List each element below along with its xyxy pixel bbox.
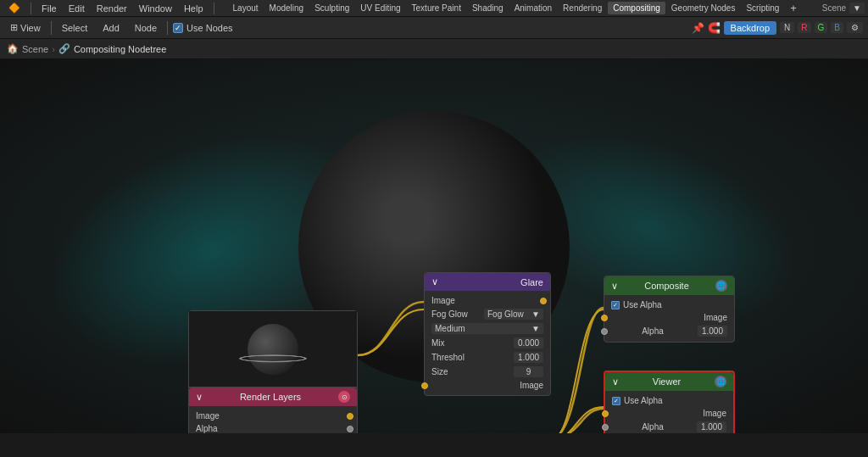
render-layers-icon: ⊙ xyxy=(338,391,350,403)
breadcrumb-scene[interactable]: Scene xyxy=(22,44,48,54)
glare-in-socket[interactable] xyxy=(421,382,428,389)
viewer-image-socket[interactable] xyxy=(602,410,609,417)
render-layers-alpha-socket[interactable] xyxy=(347,426,353,432)
rgb-b[interactable]: B xyxy=(831,22,843,33)
glare-mix-row: Mix 0.000 xyxy=(425,336,550,350)
tab-scripting[interactable]: Scripting xyxy=(741,2,784,14)
preview-sphere xyxy=(248,324,298,375)
glare-quality-row: Medium▼ xyxy=(425,321,550,336)
preview-ring xyxy=(239,354,307,362)
composite-image-row: Image xyxy=(604,311,734,324)
glare-type-dropdown[interactable]: Fog Glow▼ xyxy=(484,309,543,320)
glare-image-in-row: Image xyxy=(425,294,550,307)
viewer-title: Viewer xyxy=(653,376,681,387)
glare-node[interactable]: ∨ Glare Image Fog Glow Fog Glow▼ Medium▼… xyxy=(424,272,551,396)
glare-image-out-row: Image xyxy=(425,379,550,392)
menu-separator-2 xyxy=(214,3,214,14)
viewer-body: ✓ Use Alpha Image Alpha 1.000 xyxy=(605,391,733,433)
render-layers-image-socket[interactable] xyxy=(347,413,353,420)
node-options[interactable]: N xyxy=(780,22,794,33)
viewer-alpha-value[interactable]: 1.000 xyxy=(697,421,726,432)
render-layers-image-row: Image xyxy=(189,410,357,422)
breadcrumb-nodetree[interactable]: Compositing Nodetree xyxy=(74,44,166,54)
glare-threshold-value[interactable]: 1.000 xyxy=(514,352,543,363)
viewer-use-alpha-check[interactable]: ✓ xyxy=(612,397,620,405)
glare-header: ∨ Glare xyxy=(425,273,550,291)
glare-size-row: Size 9 xyxy=(425,365,550,379)
edit-menu[interactable]: Edit xyxy=(64,2,90,15)
view-button[interactable]: ⊞ View xyxy=(5,20,46,35)
viewer-use-alpha-row: ✓ Use Alpha xyxy=(605,394,733,407)
toolbar-separator-1 xyxy=(51,21,52,35)
breadcrumb-arrow: › xyxy=(52,44,55,54)
glare-threshold-row: Threshol 1.000 xyxy=(425,350,550,365)
glare-mix-value[interactable]: 0.000 xyxy=(514,337,543,348)
breadcrumb-icon: 🔗 xyxy=(58,43,70,54)
node-editor-canvas: ∨ Render Layers ⊙ Image Alpha Noisy Imag… xyxy=(0,59,868,433)
snap-icon: 🧲 xyxy=(708,22,721,34)
glare-collapse: ∨ xyxy=(431,276,438,287)
glare-size-value[interactable]: 9 xyxy=(514,366,543,377)
viewer-icon: 🌐 xyxy=(715,376,726,387)
pin-icon: 📌 xyxy=(692,22,704,34)
blender-menu[interactable]: 🔶 xyxy=(3,1,25,15)
tab-compositing[interactable]: Compositing xyxy=(608,2,665,14)
glare-body: Image Fog Glow Fog Glow▼ Medium▼ Mix 0.0… xyxy=(425,291,550,395)
home-icon: 🏠 xyxy=(7,43,19,54)
use-nodes-toggle[interactable]: Use Nodes xyxy=(173,23,232,33)
file-menu[interactable]: File xyxy=(36,2,62,15)
viewer-node[interactable]: ∨ Viewer 🌐 ✓ Use Alpha Image Alpha 1.000 xyxy=(604,371,735,433)
top-menu-bar: 🔶 File Edit Render Window Help Layout Mo… xyxy=(0,0,868,17)
scene-selector[interactable]: ▼ xyxy=(849,3,865,14)
use-nodes-checkbox[interactable] xyxy=(173,23,183,33)
backdrop-button[interactable]: Backdrop xyxy=(724,21,776,35)
node-button[interactable]: Node xyxy=(130,21,162,35)
zoom-controls[interactable]: ⚙ xyxy=(847,22,863,33)
render-layers-node[interactable]: ∨ Render Layers ⊙ Image Alpha Noisy Imag… xyxy=(188,310,358,433)
rgb-g[interactable]: G xyxy=(815,22,828,33)
tab-sculpting[interactable]: Sculpting xyxy=(309,2,354,14)
help-menu[interactable]: Help xyxy=(179,2,209,15)
view-icon: ⊞ xyxy=(10,22,18,33)
composite-alpha-value[interactable]: 1.000 xyxy=(698,326,727,337)
window-menu[interactable]: Window xyxy=(134,2,177,15)
render-layers-preview xyxy=(189,311,357,387)
tab-shading[interactable]: Shading xyxy=(467,2,509,14)
render-menu[interactable]: Render xyxy=(92,2,132,15)
render-layers-alpha-row: Alpha xyxy=(189,422,357,433)
render-layers-collapse: ∨ xyxy=(196,392,203,403)
tab-uv-editing[interactable]: UV Editing xyxy=(355,2,405,14)
glare-image-out-socket[interactable] xyxy=(540,298,547,304)
rgb-r[interactable]: R xyxy=(798,22,810,33)
breadcrumb: 🏠 Scene › 🔗 Compositing Nodetree xyxy=(0,39,868,59)
composite-body: ✓ Use Alpha Image Alpha 1.000 xyxy=(604,295,734,342)
toolbar-separator-2 xyxy=(167,21,168,35)
select-button[interactable]: Select xyxy=(57,21,93,35)
tab-layout[interactable]: Layout xyxy=(228,2,264,14)
viewer-alpha-socket[interactable] xyxy=(602,424,609,431)
tab-add[interactable]: + xyxy=(785,0,802,16)
composite-header: ∨ Composite 🌐 xyxy=(604,276,734,295)
glare-title: Glare xyxy=(520,277,543,287)
viewer-collapse: ∨ xyxy=(612,376,619,387)
toolbar: ⊞ View Select Add Node Use Nodes 📌 🧲 Bac… xyxy=(0,17,868,39)
tab-texture-paint[interactable]: Texture Paint xyxy=(407,2,466,14)
tab-geometry-nodes[interactable]: Geometry Nodes xyxy=(666,2,741,14)
viewer-image-row: Image xyxy=(605,407,733,420)
composite-alpha-socket[interactable] xyxy=(601,328,608,335)
glare-fog-row: Fog Glow Fog Glow▼ xyxy=(425,307,550,321)
glare-quality-dropdown[interactable]: Medium▼ xyxy=(431,323,543,334)
add-button[interactable]: Add xyxy=(97,21,125,35)
render-layers-body: Image Alpha Noisy Image 👤 Scene ✕ ViewLa… xyxy=(189,406,357,433)
tab-modeling[interactable]: Modeling xyxy=(264,2,309,14)
scene-label: Scene xyxy=(822,3,846,13)
render-layers-title: Render Layers xyxy=(240,392,301,402)
composite-image-socket[interactable] xyxy=(601,315,608,321)
composite-title: Composite xyxy=(644,281,689,291)
composite-icon: 🌐 xyxy=(715,280,727,292)
tab-rendering[interactable]: Rendering xyxy=(558,2,607,14)
tab-animation[interactable]: Animation xyxy=(509,2,557,14)
viewer-alpha-row: Alpha 1.000 xyxy=(605,420,733,433)
composite-node[interactable]: ∨ Composite 🌐 ✓ Use Alpha Image Alpha 1.… xyxy=(604,276,735,343)
composite-use-alpha-check[interactable]: ✓ xyxy=(611,301,620,309)
